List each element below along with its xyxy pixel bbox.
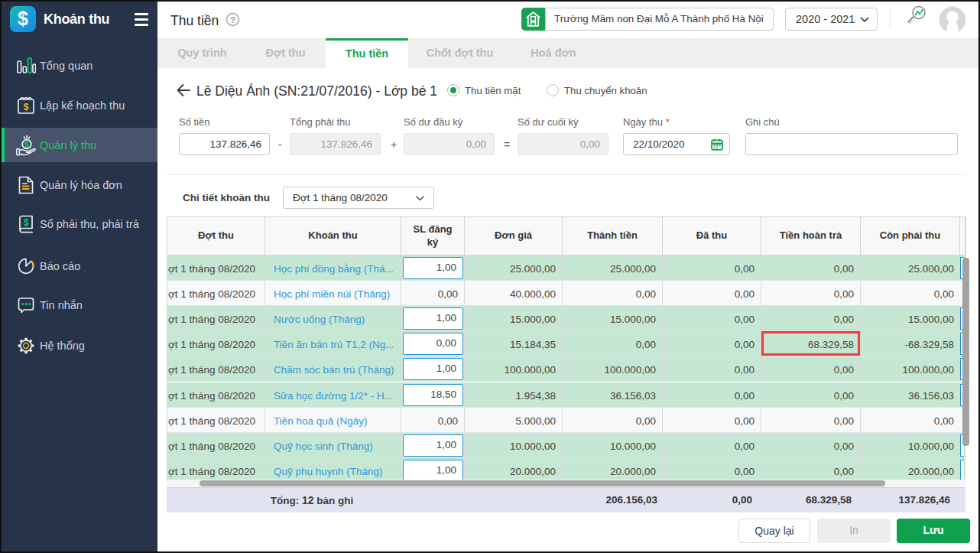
- svg-text:?: ?: [230, 15, 235, 24]
- svg-text:$: $: [24, 102, 29, 112]
- svg-text:$: $: [24, 139, 29, 148]
- svg-text:$: $: [24, 217, 29, 228]
